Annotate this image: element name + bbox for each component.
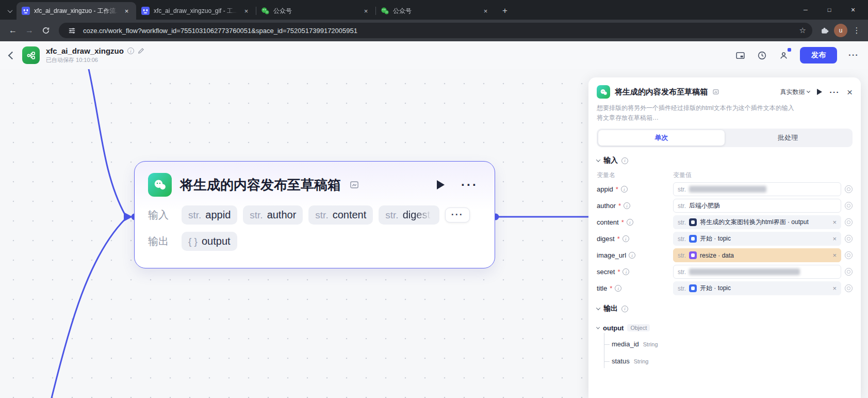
remove-reference-icon[interactable]: ×	[830, 251, 837, 259]
value-mode-icon[interactable]	[845, 268, 853, 276]
address-bar[interactable]: coze.cn/work_flow?workflow_id=7551031062…	[59, 23, 812, 38]
param-row-title: title*i str. 开始 · topic×	[597, 281, 853, 295]
tab-close-icon[interactable]: ×	[122, 7, 131, 15]
back-chevron-icon[interactable]	[8, 51, 17, 59]
value-input-digest[interactable]: str. 开始 · topic×	[673, 232, 841, 246]
tab-workflow-gif[interactable]: xfc_ai_draw_xingzuo_gif - 工... ×	[136, 2, 256, 20]
node-run-button[interactable]	[437, 180, 445, 189]
reload-button[interactable]	[38, 23, 54, 38]
chevron-down-icon[interactable]	[596, 306, 600, 310]
info-icon[interactable]: i	[624, 202, 630, 209]
remove-reference-icon[interactable]: ×	[830, 284, 837, 292]
tab-batch-run[interactable]: 批处理	[725, 130, 851, 146]
node-card-publish-draft[interactable]: 将生成的内容发布至草稿箱 ··· 输入 str.appid str.author…	[134, 161, 495, 268]
node-more-icon[interactable]: ···	[461, 182, 478, 187]
reference-chip: 开始 · topic×	[689, 234, 837, 243]
value-input-image-url[interactable]: str. resize · data×	[673, 248, 841, 262]
value-input-appid[interactable]: str.	[673, 182, 841, 196]
data-mode-dropdown[interactable]: 真实数据	[780, 88, 810, 97]
window-close-button[interactable]: ×	[841, 0, 865, 20]
info-icon[interactable]: i	[623, 235, 629, 242]
output-pill: { }output	[182, 232, 237, 251]
blurred-value	[689, 268, 800, 275]
workflow-canvas[interactable]: 将生成的内容发布至草稿箱 ··· 输入 str.appid str.author…	[0, 69, 868, 398]
back-button[interactable]: ←	[5, 23, 21, 38]
header-more-icon[interactable]: ···	[848, 50, 859, 60]
publish-button[interactable]: 发布	[800, 47, 837, 63]
panel-more-icon[interactable]: ···	[829, 88, 840, 97]
value-input-secret[interactable]: str.	[673, 265, 841, 279]
tab-close-icon[interactable]: ×	[362, 7, 370, 15]
value-mode-icon[interactable]	[845, 218, 853, 226]
resize-node-icon	[689, 251, 697, 259]
site-settings-icon[interactable]	[65, 24, 78, 37]
tab-close-icon[interactable]: ×	[242, 7, 251, 15]
tab-single-run[interactable]: 单次	[598, 130, 725, 146]
value-mode-icon[interactable]	[845, 185, 853, 193]
node-output-row: 输出 { }output	[148, 232, 481, 251]
value-type: str.	[678, 268, 686, 276]
value-type: str.	[678, 202, 686, 210]
browser-profile-avatar[interactable]: u	[834, 24, 847, 37]
new-tab-button[interactable]: +	[497, 4, 513, 18]
tab-search-chevron-icon[interactable]	[3, 2, 17, 20]
window-maximize-button[interactable]: □	[817, 0, 841, 20]
value-input-content[interactable]: str. 将生成的文案图转换为html界面 · output×	[673, 215, 841, 229]
value-mode-icon[interactable]	[845, 284, 853, 292]
edge-from-bottom	[52, 219, 125, 398]
autosave-status: 已自动保存 10:10:06	[46, 56, 144, 64]
fit-view-icon[interactable]	[735, 50, 745, 60]
info-icon[interactable]: i	[621, 306, 628, 312]
description-line: 将文章存放在草稿箱…	[597, 113, 853, 123]
tab-workflow[interactable]: xfc_ai_draw_xingzuo - 工作流... ×	[17, 2, 136, 20]
param-name: image_url	[597, 251, 626, 259]
info-icon[interactable]: i	[127, 47, 134, 54]
output-child-name: status	[612, 357, 630, 365]
value-input-author[interactable]: str.后端小肥肠	[673, 199, 841, 213]
info-icon[interactable]: i	[629, 252, 635, 259]
node-output-label: 输出	[148, 234, 176, 248]
browser-menu-icon[interactable]: ⋮	[850, 26, 863, 35]
more-inputs-button[interactable]: ···	[445, 208, 470, 222]
info-icon[interactable]: i	[615, 285, 621, 292]
chevron-down-icon[interactable]	[596, 325, 600, 329]
browser-toolbar: ← → coze.cn/work_flow?workflow_id=755103…	[0, 20, 868, 41]
pill-type: str.	[385, 210, 398, 221]
value-type: str.	[678, 235, 686, 243]
extensions-puzzle-icon[interactable]	[817, 24, 831, 37]
header-actions: 发布 ···	[735, 47, 859, 63]
reference-chip: 开始 · topic×	[689, 284, 837, 293]
browser-window: xfc_ai_draw_xingzuo - 工作流... × xfc_ai_dr…	[0, 0, 868, 398]
tab-wechat-mp-2[interactable]: 公众号 ×	[375, 2, 495, 20]
description-line: 想要排版的将另外一个插件经过排版的html文本作为这个插件文本的输入	[597, 103, 853, 113]
window-minimize-button[interactable]: ─	[794, 0, 817, 20]
history-icon[interactable]	[757, 50, 767, 60]
info-icon[interactable]: i	[623, 268, 629, 275]
value-mode-icon[interactable]	[845, 202, 853, 210]
forward-button[interactable]: →	[22, 23, 37, 38]
edit-pencil-icon[interactable]	[138, 47, 144, 54]
section-title: 输出	[603, 304, 618, 313]
remove-reference-icon[interactable]: ×	[830, 235, 837, 243]
output-root-name: output	[603, 324, 624, 332]
tab-close-icon[interactable]: ×	[481, 7, 490, 15]
value-input-title[interactable]: str. 开始 · topic×	[673, 281, 841, 295]
node-title: 将生成的内容发布至草稿箱	[180, 176, 341, 194]
tab-wechat-mp-1[interactable]: 公众号 ×	[256, 2, 375, 20]
bookmark-star-icon[interactable]: ☆	[799, 26, 806, 35]
info-icon[interactable]: i	[627, 219, 633, 226]
value-mode-icon[interactable]	[845, 251, 853, 259]
value-mode-icon[interactable]	[845, 235, 853, 243]
collaboration-icon[interactable]	[778, 50, 789, 60]
param-name: appid	[597, 185, 613, 193]
param-name: title	[597, 284, 607, 292]
panel-close-icon[interactable]: ×	[847, 87, 853, 97]
panel-run-button[interactable]	[817, 89, 822, 95]
param-column-headers: 变量名 变量值	[597, 171, 853, 180]
remove-reference-icon[interactable]: ×	[830, 218, 837, 226]
chevron-down-icon[interactable]	[596, 158, 600, 162]
run-mode-tabs: 单次 批处理	[597, 129, 853, 147]
workflow-title: xfc_ai_draw_xingzuo	[46, 46, 124, 55]
info-icon[interactable]: i	[621, 157, 628, 164]
info-icon[interactable]: i	[621, 186, 628, 193]
